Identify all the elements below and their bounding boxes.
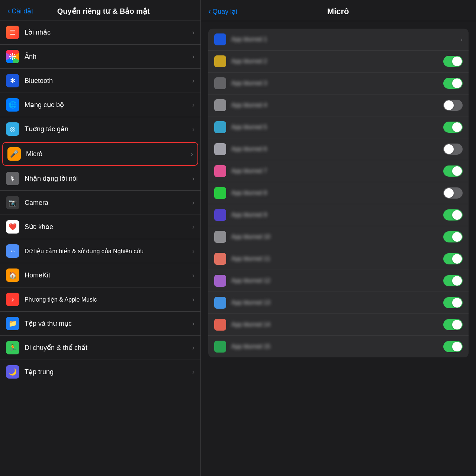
left-back-button[interactable]: ‹ Cài đặt bbox=[7, 7, 33, 15]
camera-chevron-icon: › bbox=[192, 199, 194, 207]
micro-app-toggle-5[interactable] bbox=[443, 122, 463, 133]
toggle-knob-5 bbox=[452, 122, 462, 132]
reminders-label: Lời nhắc bbox=[25, 28, 192, 36]
micro-app-toggle-2[interactable] bbox=[443, 56, 463, 67]
settings-item-media[interactable]: ♪Phương tiện & Apple Music› bbox=[0, 287, 200, 312]
settings-item-fitness[interactable]: 🏃Di chuyển & thể chất› bbox=[0, 336, 200, 360]
micro-app-item-15[interactable]: App blurred 15 bbox=[208, 336, 469, 357]
settings-item-health[interactable]: ❤️Sức khỏe› bbox=[0, 215, 200, 239]
micro-app-toggle-12[interactable] bbox=[443, 275, 463, 286]
micro-app-toggle-13[interactable] bbox=[443, 297, 463, 308]
settings-item-homekit[interactable]: 🏠HomeKit› bbox=[0, 263, 200, 287]
media-chevron-icon: › bbox=[192, 296, 194, 303]
micro-app-toggle-14[interactable] bbox=[443, 319, 463, 330]
bluetooth-label: Bluetooth bbox=[25, 77, 192, 85]
micro-app-icon-13 bbox=[214, 297, 226, 309]
settings-item-speech[interactable]: 🎙Nhận dạng lời nói› bbox=[0, 167, 200, 191]
toggle-knob-7 bbox=[452, 166, 462, 176]
settings-item-focus[interactable]: 🌙Tập trung› bbox=[0, 360, 200, 384]
camera-icon: 📷 bbox=[6, 196, 19, 209]
left-panel: ‹ Cài đặt Quyền riêng tư & Bảo mật ☰Lời … bbox=[0, 0, 201, 476]
homekit-chevron-icon: › bbox=[192, 271, 194, 279]
settings-item-bluetooth[interactable]: ✱Bluetooth› bbox=[0, 69, 200, 93]
svg-line-8 bbox=[10, 58, 12, 59]
micro-app-name-3: App blurred 3 bbox=[231, 80, 443, 87]
left-header: ‹ Cài đặt Quyền riêng tư & Bảo mật bbox=[0, 0, 200, 20]
micro-app-icon-1 bbox=[214, 33, 226, 45]
nearby-icon: ◎ bbox=[6, 122, 19, 136]
micro-app-name-1: App blurred 1 bbox=[231, 36, 460, 43]
speech-icon: 🎙 bbox=[6, 172, 19, 185]
micro-app-toggle-8[interactable] bbox=[443, 187, 463, 199]
micro-app-item-14[interactable]: App blurred 14 bbox=[208, 314, 469, 336]
micro-app-icon-3 bbox=[214, 77, 226, 89]
micro-app-item-6[interactable]: App blurred 6 bbox=[208, 138, 469, 160]
nearby-label: Tương tác gần bbox=[25, 125, 192, 133]
svg-point-0 bbox=[12, 55, 14, 58]
micro-app-toggle-15[interactable] bbox=[443, 341, 463, 352]
micro-app-toggle-10[interactable] bbox=[443, 231, 463, 242]
micro-app-toggle-6[interactable] bbox=[443, 144, 463, 155]
health-chevron-icon: › bbox=[192, 223, 194, 231]
fitness-chevron-icon: › bbox=[192, 344, 194, 352]
right-back-button[interactable]: ‹ Quay lại bbox=[208, 7, 237, 16]
micro-app-item-11[interactable]: App blurred 11 bbox=[208, 248, 469, 270]
sensor-icon: ↔ bbox=[6, 244, 19, 258]
micro-app-chevron-icon-1: › bbox=[460, 36, 463, 44]
local-network-label: Mạng cục bộ bbox=[25, 101, 192, 109]
micro-app-item-12[interactable]: App blurred 12 bbox=[208, 270, 469, 292]
micro-app-icon-11 bbox=[214, 253, 226, 265]
micro-app-name-9: App blurred 9 bbox=[231, 212, 443, 218]
micro-app-name-8: App blurred 8 bbox=[231, 190, 443, 196]
micro-app-icon-8 bbox=[214, 187, 226, 199]
micro-app-toggle-3[interactable] bbox=[443, 78, 463, 89]
micro-app-item-2[interactable]: App blurred 2 bbox=[208, 51, 469, 73]
micro-app-icon-4 bbox=[214, 99, 226, 111]
micro-app-toggle-7[interactable] bbox=[443, 165, 463, 177]
micro-app-name-2: App blurred 2 bbox=[231, 58, 443, 65]
micro-app-item-9[interactable]: App blurred 9 bbox=[208, 204, 469, 226]
micro-app-icon-5 bbox=[214, 121, 226, 133]
microphone-label: Micrô bbox=[26, 150, 191, 158]
micro-app-item-5[interactable]: App blurred 5 bbox=[208, 116, 469, 138]
micro-app-item-3[interactable]: App blurred 3 bbox=[208, 73, 469, 94]
micro-app-name-14: App blurred 14 bbox=[231, 321, 443, 328]
micro-app-item-1[interactable]: App blurred 1› bbox=[208, 29, 469, 51]
reminders-chevron-icon: › bbox=[192, 29, 194, 36]
left-back-label: Cài đặt bbox=[12, 7, 33, 15]
micro-app-icon-14 bbox=[214, 319, 226, 331]
left-page-title: Quyền riêng tư & Bảo mật bbox=[36, 7, 171, 16]
micro-app-name-12: App blurred 12 bbox=[231, 277, 443, 284]
settings-item-microphone[interactable]: 🎤Micrô› bbox=[2, 142, 198, 166]
micro-app-toggle-4[interactable] bbox=[443, 100, 463, 111]
settings-item-camera[interactable]: 📷Camera› bbox=[0, 191, 200, 215]
settings-item-nearby[interactable]: ◎Tương tác gần› bbox=[0, 117, 200, 141]
toggle-knob-6 bbox=[444, 144, 454, 154]
settings-item-files[interactable]: 📁Tệp và thư mục› bbox=[0, 312, 200, 336]
settings-item-sensor[interactable]: ↔Dữ liệu cảm biến & sử dụng của Nghiên c… bbox=[0, 239, 200, 263]
micro-app-item-8[interactable]: App blurred 8 bbox=[208, 182, 469, 204]
micro-app-toggle-11[interactable] bbox=[443, 253, 463, 264]
settings-item-local-network[interactable]: 🌐Mạng cục bộ› bbox=[0, 93, 200, 117]
sensor-chevron-icon: › bbox=[192, 247, 194, 255]
homekit-label: HomeKit bbox=[25, 271, 192, 279]
right-header: ‹ Quay lại Micrô bbox=[201, 0, 476, 21]
toggle-knob-8 bbox=[444, 188, 454, 198]
fitness-icon: 🏃 bbox=[6, 341, 19, 354]
micro-app-toggle-9[interactable] bbox=[443, 209, 463, 221]
settings-item-photos[interactable]: Ảnh› bbox=[0, 45, 200, 69]
micro-app-item-10[interactable]: App blurred 10 bbox=[208, 226, 469, 248]
settings-item-reminders[interactable]: ☰Lời nhắc› bbox=[0, 20, 200, 45]
micro-app-item-7[interactable]: App blurred 7 bbox=[208, 160, 469, 182]
homekit-icon: 🏠 bbox=[6, 268, 19, 282]
micro-app-item-13[interactable]: App blurred 13 bbox=[208, 292, 469, 314]
toggle-knob-3 bbox=[452, 78, 462, 88]
health-label: Sức khỏe bbox=[25, 223, 192, 231]
toggle-knob-11 bbox=[452, 254, 462, 264]
toggle-knob-2 bbox=[452, 57, 462, 66]
toggle-knob-13 bbox=[452, 298, 462, 308]
toggle-knob-15 bbox=[452, 342, 462, 351]
speech-label: Nhận dạng lời nói bbox=[25, 174, 192, 183]
micro-app-item-4[interactable]: App blurred 4 bbox=[208, 94, 469, 116]
micro-app-icon-12 bbox=[214, 275, 226, 287]
